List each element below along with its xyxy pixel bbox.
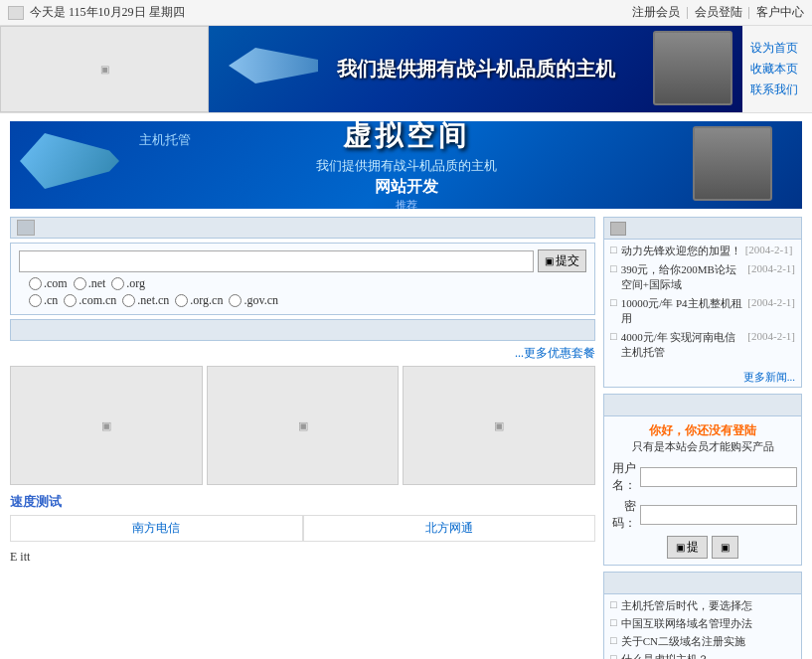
hero-title: 虚拟空间 xyxy=(343,121,470,155)
username-input[interactable] xyxy=(640,467,797,487)
news-link-1[interactable]: 390元，给你200MB论坛空间+国际域 xyxy=(621,262,744,292)
password-label: 密 码： xyxy=(612,498,636,532)
news-title-2: 10000元/年 P4主机整机租用 xyxy=(621,297,742,324)
info-link-1[interactable]: 中国互联网络域名管理办法 xyxy=(621,616,752,631)
news-box: □ 动力先锋欢迎您的加盟！ [2004-2-1] □ 390元，给你200MB论… xyxy=(603,217,802,388)
news-date-1: [2004-2-1] xyxy=(747,262,795,274)
login-body: 你好，你还没有登陆 只有是本站会员才能购买产品 用户名： 密 码： ▣ 提 xyxy=(604,416,801,565)
radio-net[interactable]: .net xyxy=(74,276,106,291)
speed-test-row: 南方电信 北方网通 xyxy=(10,515,595,542)
right-panel: □ 动力先锋欢迎您的加盟！ [2004-2-1] □ 390元，给你200MB论… xyxy=(603,217,802,659)
login-link[interactable]: 会员登陆 xyxy=(695,4,742,21)
news-box-header xyxy=(604,218,801,240)
header-main-banner: 我们提供拥有战斗机品质的主机 xyxy=(209,26,742,112)
login-clear-btn[interactable]: ▣ xyxy=(712,536,738,559)
domain-search-row: ▣ 提交 xyxy=(19,249,586,272)
news-link-3[interactable]: 4000元/年 实现河南电信主机托管 xyxy=(621,330,744,360)
radio-com[interactable]: .com xyxy=(29,276,68,291)
login-box-header xyxy=(604,395,801,416)
news-link-2[interactable]: 10000元/年 P4主机整机租用 xyxy=(621,296,744,326)
info-link-3[interactable]: 什么是虚拟主机？ xyxy=(621,652,709,659)
info-box: □ 主机托管后时代，要选择怎 □ 中国互联网络域名管理办法 □ 关于CN二级域名… xyxy=(603,572,802,659)
radio-orgcn[interactable]: .org.cn xyxy=(175,293,223,308)
register-link[interactable]: 注册会员 xyxy=(632,4,680,21)
radio-netcn[interactable]: .net.cn xyxy=(122,293,169,308)
news-item-2: □ 10000元/年 P4主机整机租用 [2004-2-1] xyxy=(610,296,795,326)
main-content: ▣ 提交 .com .net .org .cn .com.cn .net.cn … xyxy=(10,217,802,659)
hero-titles: 主机托管 虚拟空间 我们提供拥有战斗机品质的主机 网站开发 推荐 xyxy=(26,121,786,209)
support-link[interactable]: 客户中心 xyxy=(756,4,804,21)
username-label: 用户名： xyxy=(612,460,636,494)
news-icon-0: □ xyxy=(610,244,617,255)
submit-label: 提交 xyxy=(556,252,579,269)
more-packages-link[interactable]: ...更多优惠套餐 xyxy=(515,346,595,360)
nav-bar-bottom xyxy=(10,319,595,341)
news-date-2: [2004-2-1] xyxy=(747,296,795,308)
submit-icon: ▣ xyxy=(545,255,554,266)
info-item-0: □ 主机托管后时代，要选择怎 xyxy=(610,598,795,613)
spacer1 xyxy=(0,113,812,121)
bookmark-link[interactable]: 收藏本页 xyxy=(750,61,798,78)
info-body: □ 主机托管后时代，要选择怎 □ 中国互联网络域名管理办法 □ 关于CN二级域名… xyxy=(604,594,801,659)
news-title-3: 4000元/年 实现河南电信主机托管 xyxy=(621,331,736,358)
news-title-0: 动力先锋欢迎您的加盟！ xyxy=(621,245,741,256)
radio-cn[interactable]: .cn xyxy=(29,293,58,308)
info-icon-1: □ xyxy=(610,616,617,628)
info-item-2: □ 关于CN二级域名注册实施 xyxy=(610,634,795,649)
login-submit-btn[interactable]: ▣ 提 xyxy=(667,536,708,559)
divider2: | xyxy=(748,5,750,20)
top-bar-right: 注册会员 | 会员登陆 | 客户中心 xyxy=(632,4,804,21)
news-date-3: [2004-2-1] xyxy=(747,330,795,342)
header-banner: ▣ 我们提供拥有战斗机品质的主机 设为首页 收藏本页 联系我们 xyxy=(0,26,812,113)
login-btns: ▣ 提 ▣ xyxy=(612,536,793,559)
news-title-1: 390元，给你200MB论坛空间+国际域 xyxy=(621,263,736,290)
banner-text: 我们提供拥有战斗机品质的主机 xyxy=(337,56,615,82)
set-home-link[interactable]: 设为首页 xyxy=(750,40,798,57)
info-icon-2: □ xyxy=(610,634,617,646)
news-header-img xyxy=(610,222,626,236)
product-broken-img-2: ▣ xyxy=(298,419,308,432)
product-row: ▣ ▣ ▣ xyxy=(10,366,595,485)
news-date-0: [2004-2-1] xyxy=(745,244,793,255)
hero-banner: 主机托管 虚拟空间 我们提供拥有战斗机品质的主机 网站开发 推荐 xyxy=(10,121,802,209)
login-password-row: 密 码： xyxy=(612,498,793,532)
password-input[interactable] xyxy=(640,505,797,525)
plane-decorative xyxy=(229,36,318,95)
domain-options-row2: .cn .com.cn .net.cn .org.cn .gov.cn xyxy=(19,293,586,308)
news-item-0: □ 动力先锋欢迎您的加盟！ [2004-2-1] xyxy=(610,244,795,258)
news-link-0[interactable]: 动力先锋欢迎您的加盟！ xyxy=(621,244,741,258)
news-more-link[interactable]: 更多新闻... xyxy=(743,371,795,383)
divider1: | xyxy=(686,5,688,20)
product-img-2: ▣ xyxy=(207,366,400,485)
info-text-2: 关于CN二级域名注册实施 xyxy=(621,635,745,647)
info-item-1: □ 中国互联网络域名管理办法 xyxy=(610,616,795,631)
footer-text: E itt xyxy=(10,550,595,565)
login-submit-icon: ▣ xyxy=(676,542,685,553)
domain-submit-btn[interactable]: ▣ 提交 xyxy=(538,249,586,272)
radio-comcn[interactable]: .com.cn xyxy=(64,293,116,308)
speed-north-link[interactable]: 北方网通 xyxy=(425,521,473,535)
footer-label: E itt xyxy=(10,550,30,564)
info-text-0: 主机托管后时代，要选择怎 xyxy=(621,599,752,611)
speed-test-title: 速度测试 xyxy=(10,493,595,511)
speed-south-link[interactable]: 南方电信 xyxy=(132,521,180,535)
domain-input[interactable] xyxy=(19,250,534,272)
nav-bar-img xyxy=(17,220,35,236)
contact-link[interactable]: 联系我们 xyxy=(750,82,798,98)
info-link-0[interactable]: 主机托管后时代，要选择怎 xyxy=(621,598,752,613)
login-clear-icon: ▣ xyxy=(721,542,730,553)
speed-item-south: 南方电信 xyxy=(10,515,303,542)
login-notice: 你好，你还没有登陆 只有是本站会员才能购买产品 xyxy=(612,422,793,454)
radio-org[interactable]: .org xyxy=(111,276,145,291)
hero-subtitle: 我们提供拥有战斗机品质的主机 xyxy=(316,157,497,175)
top-bar: 今天是 115年10月29日 星期四 注册会员 | 会员登陆 | 客户中心 xyxy=(0,0,812,26)
more-packages: ...更多优惠套餐 xyxy=(10,345,595,362)
radio-govcn[interactable]: .gov.cn xyxy=(229,293,278,308)
info-text-1: 中国互联网络域名管理办法 xyxy=(621,617,752,629)
logo-broken-img: ▣ xyxy=(100,64,109,75)
info-link-2[interactable]: 关于CN二级域名注册实施 xyxy=(621,634,745,649)
news-icon-2: □ xyxy=(610,296,617,308)
product-img-1: ▣ xyxy=(10,366,203,485)
speed-test-section: 速度测试 南方电信 北方网通 xyxy=(10,493,595,542)
hero-subdev: 网站开发 xyxy=(375,177,438,198)
